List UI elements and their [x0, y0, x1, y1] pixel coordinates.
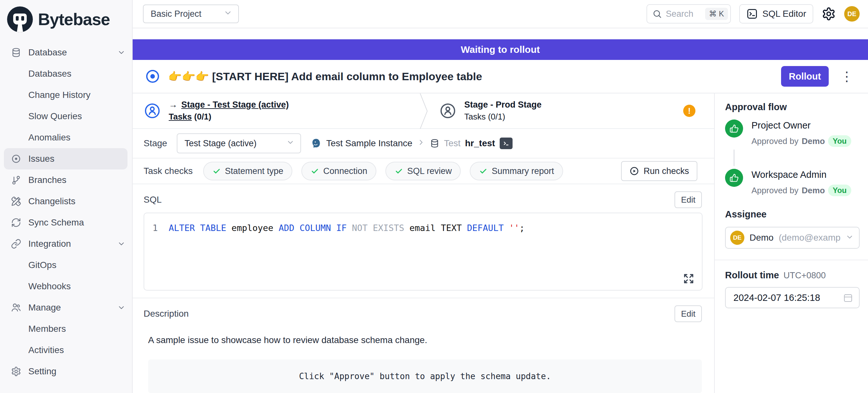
issue-title: 👉👉👉 [START HERE] Add email column to Emp…: [168, 70, 772, 83]
check-label: Connection: [323, 166, 367, 176]
stage-prod[interactable]: Stage - Prod Stage Tasks (0/1): [428, 93, 541, 128]
approval-step: Workspace Admin Approved by Demo You: [725, 169, 860, 196]
sql-code-line: 1 ALTER TABLE employee ADD COLUMN IF NOT…: [144, 223, 702, 233]
sql-edit-button[interactable]: Edit: [675, 191, 702, 208]
approval-status: Approved by: [751, 186, 799, 195]
sidebar-item-members[interactable]: Members: [0, 318, 132, 339]
sidebar-item-change-history[interactable]: Change History: [0, 84, 132, 105]
sidebar-item-anomalies[interactable]: Anomalies: [0, 127, 132, 148]
sql-token: NOT EXISTS: [352, 223, 404, 233]
stage-title-link[interactable]: Stage - Test Stage (active): [181, 100, 289, 110]
sidebar-nav: Database Databases Change History Slow Q…: [0, 36, 132, 382]
git-branch-icon: [11, 175, 21, 185]
bytebase-logo-icon: [7, 6, 33, 32]
sql-token: ADD COLUMN IF: [278, 223, 346, 233]
sidebar-item-label: Slow Queries: [28, 111, 126, 121]
assignee-email: (demo@example: [779, 233, 840, 243]
issue-status-icon: [146, 70, 159, 83]
description-edit-button[interactable]: Edit: [675, 305, 702, 322]
task-checks-label: Task checks: [144, 166, 193, 176]
assignee-name: Demo: [749, 233, 774, 243]
terminal-icon: [746, 8, 758, 20]
sidebar-item-label: Anomalies: [28, 132, 126, 143]
sidebar-item-activities[interactable]: Activities: [0, 339, 132, 361]
sidebar-item-integration[interactable]: Integration: [0, 233, 132, 254]
stage-tasks-label: Tasks: [464, 112, 486, 121]
stage-tasks-count: (0/1): [488, 112, 505, 121]
check-connection[interactable]: Connection: [301, 162, 376, 180]
brand-logo[interactable]: Bytebase: [0, 0, 132, 36]
sidebar-item-label: Branches: [28, 175, 126, 185]
chevron-down-icon: [117, 240, 126, 248]
sidebar-item-label: Database: [28, 47, 110, 58]
sidebar-item-webhooks[interactable]: Webhooks: [0, 276, 132, 297]
arrow-right-icon: →: [169, 100, 177, 110]
approval-flow-heading: Approval flow: [725, 102, 860, 113]
database-breadcrumb: Test Sample Instance Test hr_test: [311, 138, 512, 149]
stage-tasks-link[interactable]: Tasks: [169, 112, 192, 121]
thumbs-up-icon: [725, 169, 743, 187]
sql-code-editor[interactable]: 1 ALTER TABLE employee ADD COLUMN IF NOT…: [144, 213, 703, 291]
sidebar-item-manage[interactable]: Manage: [0, 297, 132, 318]
sidebar-item-label: Activities: [28, 345, 126, 355]
postgresql-icon: [311, 138, 322, 149]
check-icon: [310, 167, 319, 176]
calendar-icon: [843, 293, 853, 303]
instance-name[interactable]: Test Sample Instance: [326, 138, 412, 149]
sidebar-item-database[interactable]: Database: [0, 42, 132, 63]
search-input[interactable]: [666, 9, 701, 19]
stage-tasks-count: (0/1): [194, 112, 211, 121]
description-heading: Description: [144, 309, 189, 319]
main-area: Basic Project ⌘ K SQL Editor DE Wai: [133, 0, 868, 393]
sidebar-item-setting[interactable]: Setting: [0, 361, 132, 382]
chevron-right-icon: [417, 138, 425, 149]
panel-divider: [715, 260, 868, 260]
you-badge: You: [828, 185, 851, 196]
project-select[interactable]: Basic Project: [143, 4, 239, 23]
warning-badge: !: [683, 105, 695, 117]
sql-heading: SQL: [144, 194, 162, 205]
stage-test[interactable]: → Stage - Test Stage (active) Tasks (0/1…: [133, 93, 419, 128]
sidebar-item-label: Issues: [28, 154, 121, 164]
stage-select[interactable]: Test Stage (active): [177, 133, 301, 153]
check-icon: [394, 167, 403, 176]
sql-token: ALTER TABLE: [169, 223, 226, 233]
sidebar: Bytebase Database Databases Change Histo…: [0, 0, 133, 393]
sql-editor-button[interactable]: SQL Editor: [739, 4, 813, 24]
sidebar-item-slow-queries[interactable]: Slow Queries: [0, 105, 132, 127]
approval-role: Workspace Admin: [751, 170, 851, 180]
sql-token: employee: [226, 223, 279, 233]
rollout-time-input[interactable]: 2024-02-07 16:25:18: [725, 287, 860, 308]
check-statement-type[interactable]: Statement type: [203, 162, 293, 180]
check-sql-review[interactable]: SQL review: [385, 162, 461, 180]
run-checks-button[interactable]: Run checks: [621, 161, 698, 181]
more-options-icon[interactable]: ⋮: [838, 70, 856, 83]
stage-assignee-icon: [144, 102, 161, 120]
open-sql-editor-icon[interactable]: [500, 138, 513, 149]
approval-connector: [734, 149, 735, 166]
sidebar-item-databases[interactable]: Databases: [0, 63, 132, 84]
chevron-down-icon: [117, 48, 126, 57]
check-summary-report[interactable]: Summary report: [470, 162, 563, 180]
run-checks-label: Run checks: [644, 166, 689, 176]
settings-gear-icon[interactable]: [822, 7, 836, 21]
pencil-ruler-icon: [11, 196, 21, 207]
stage-assignee-icon: [439, 102, 457, 120]
search-box[interactable]: ⌘ K: [647, 4, 731, 24]
sql-editor-label: SQL Editor: [763, 9, 806, 19]
sql-token: [503, 223, 509, 233]
database-name[interactable]: hr_test: [465, 138, 495, 149]
sidebar-item-sync-schema[interactable]: Sync Schema: [0, 212, 132, 233]
sidebar-item-branches[interactable]: Branches: [0, 170, 132, 191]
you-badge: You: [828, 135, 851, 147]
expand-icon[interactable]: [683, 273, 695, 285]
sidebar-item-label: Setting: [28, 366, 126, 376]
sidebar-item-gitops[interactable]: GitOps: [0, 254, 132, 276]
approval-status: Approved by: [751, 136, 799, 146]
assignee-heading: Assignee: [725, 209, 860, 220]
sidebar-item-issues[interactable]: Issues: [4, 148, 127, 170]
assignee-select[interactable]: DE Demo (demo@example: [725, 227, 860, 249]
rollout-button[interactable]: Rollout: [781, 66, 829, 87]
sidebar-item-changelists[interactable]: Changelists: [0, 191, 132, 212]
user-avatar[interactable]: DE: [844, 6, 860, 22]
